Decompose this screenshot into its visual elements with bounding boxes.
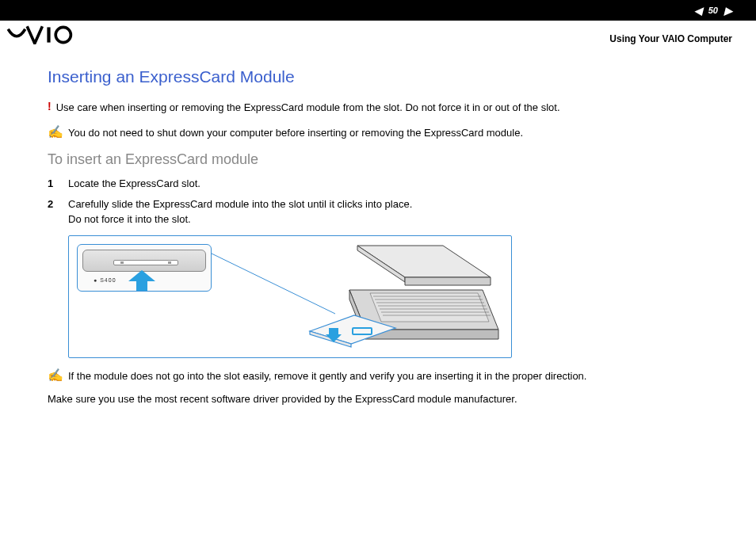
step-item: Locate the ExpressCard slot. <box>48 176 708 192</box>
body-paragraph: Make sure you use the most recent softwa… <box>48 393 708 405</box>
step-item: Carefully slide the ExpressCard module i… <box>48 196 708 227</box>
svg-marker-9 <box>370 293 489 322</box>
step-text: Carefully slide the ExpressCard module i… <box>68 196 412 227</box>
laptop-side-panel <box>82 250 206 272</box>
note-text-2: If the module does not go into the slot … <box>68 369 586 383</box>
page-number: 50 <box>708 6 718 15</box>
inset-detail: ● S400 <box>77 244 212 292</box>
info-note-2: ✍ If the module does not go into the slo… <box>48 369 708 383</box>
top-bar: ◀ 50 ▶ <box>0 0 756 21</box>
warning-note: ! Use care when inserting or removing th… <box>48 101 708 115</box>
steps-list: Locate the ExpressCard slot. Carefully s… <box>48 176 708 227</box>
page-nav: ◀ 50 ▶ <box>694 5 732 17</box>
svg-rect-0 <box>47 27 50 42</box>
svg-marker-5 <box>405 277 491 285</box>
insert-arrow-icon <box>128 270 155 291</box>
warning-text: Use care when inserting or removing the … <box>56 101 560 115</box>
page-content: Inserting an ExpressCard Module ! Use ca… <box>0 45 756 405</box>
warning-icon: ! <box>48 101 52 112</box>
svg-marker-2 <box>128 270 155 291</box>
port-label: ● S400 <box>94 277 116 283</box>
prev-page-arrow-icon[interactable]: ◀ <box>694 5 702 17</box>
page-title: Inserting an ExpressCard Module <box>48 67 708 86</box>
expresscard-slot <box>113 260 178 265</box>
note-icon: ✍ <box>48 369 63 382</box>
illustration: ● S400 <box>68 235 512 358</box>
info-note-1: ✍ You do not need to shut down your comp… <box>48 126 708 140</box>
next-page-arrow-icon[interactable]: ▶ <box>724 5 732 17</box>
breadcrumb: Using Your VAIO Computer <box>609 33 732 44</box>
step-text: Locate the ExpressCard slot. <box>68 176 200 192</box>
vaio-logo-icon <box>6 25 94 50</box>
note-text-1: You do not need to shut down your comput… <box>68 126 523 140</box>
note-icon: ✍ <box>48 126 63 139</box>
section-subtitle: To insert an ExpressCard module <box>48 151 708 168</box>
svg-point-1 <box>55 27 71 42</box>
laptop-drawing <box>302 242 500 353</box>
